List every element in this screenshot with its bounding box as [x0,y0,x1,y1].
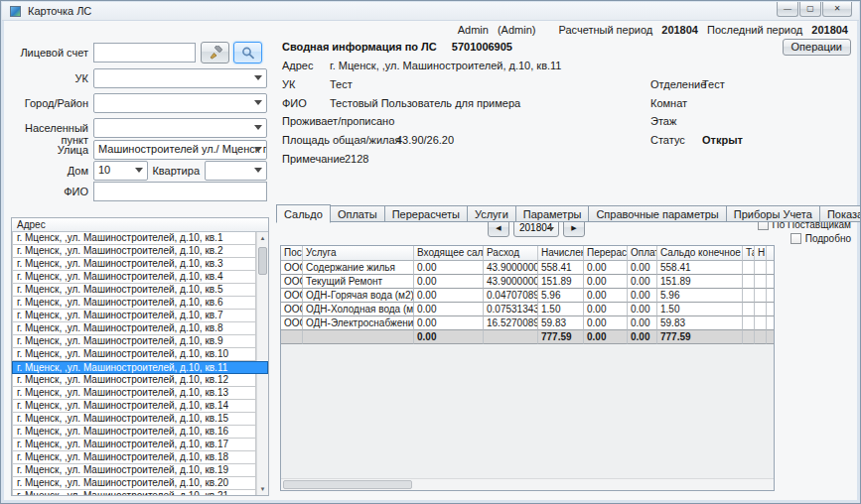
close-button[interactable]: ✕ [822,2,852,17]
search-button[interactable] [233,42,262,63]
tab-Показания[interactable]: Показания [820,205,861,222]
grid-cell: ОДН-Горячая вода (м2) [303,289,414,303]
address-row[interactable]: г. Мценск, ,ул. Машиностроителей, д.10, … [12,258,256,271]
tab-Приборы Учета[interactable]: Приборы Учета [727,205,820,222]
address-row[interactable]: г. Мценск, ,ул. Машиностроителей, д.10, … [12,374,256,387]
summary-value: Тестовый Пользователь для примера [330,97,520,109]
address-row[interactable]: г. Мценск, ,ул. Машиностроителей, д.10, … [12,271,256,284]
fio-input[interactable] [93,182,267,201]
address-row[interactable]: г. Мценск, ,ул. Машиностроителей, д.10, … [12,348,256,361]
address-list-header[interactable]: Адрес [12,218,268,232]
scroll-down-icon[interactable]: ▼ [257,483,268,495]
grid-row[interactable]: ООО «ОДН-Холодная вода (м2)0.000.0753134… [281,303,775,316]
address-row[interactable]: г. Мценск, ,ул. Машиностроителей, д.10, … [12,335,256,348]
grid-cell: 43.900000000 [484,261,538,275]
grid-cell: 558.41 [538,261,584,275]
grid-col-header[interactable]: Входящее сальдо [414,246,484,261]
grid-cell: 0.00 [414,303,484,316]
grid-cell: 151.89 [657,275,743,289]
grid-col-header[interactable]: Оплата [628,246,657,261]
grid-row[interactable]: ООО «Содержание жилья0.0043.900000000558… [281,261,775,275]
checkbox-label: Подробно [805,233,851,244]
grid-cell [767,316,775,330]
address-row[interactable]: г. Мценск, ,ул. Машиностроителей, д.10, … [12,451,256,464]
grid-cell [767,275,775,289]
address-row[interactable]: г. Мценск, ,ул. Машиностроителей, д.10, … [12,322,256,335]
minimize-button[interactable]: — [777,2,798,17]
summary-label: Площадь общая/жилая [282,134,401,146]
uk-combobox[interactable] [93,68,267,88]
address-row[interactable]: г. Мценск, ,ул. Машиностроителей, д.10, … [12,361,268,374]
summary-label: Комнат [650,97,687,109]
city-combobox[interactable] [93,93,267,113]
address-row[interactable]: г. Мценск, ,ул. Машиностроителей, д.10, … [12,426,256,439]
tab-Услуги[interactable]: Услуги [468,205,516,222]
grid-cell [755,275,767,289]
account-input[interactable] [93,43,196,63]
address-row[interactable]: г. Мценск, ,ул. Машиностроителей, д.10, … [12,490,256,496]
address-row[interactable]: г. Мценск, ,ул. Машиностроителей, д.10, … [12,400,256,413]
scrollbar-thumb[interactable] [283,480,412,489]
scrollbar-thumb[interactable] [258,247,267,275]
address-row[interactable]: г. Мценск, ,ул. Машиностроителей, д.10, … [12,464,256,477]
street-combobox[interactable]: Машиностроителей ул./ Мценск г. [93,140,267,160]
grid-horizontal-scrollbar[interactable] [281,478,774,490]
grid-col-header[interactable]: Начислено [538,246,584,261]
maximize-button[interactable]: ▢ [799,2,821,17]
summary-value: Тест [330,78,353,90]
tab-Справочные параметры[interactable]: Справочные параметры [589,205,726,222]
tab-Оплаты[interactable]: Оплаты [331,205,385,222]
fio-label: ФИО [11,186,88,197]
tab-Перерасчеты[interactable]: Перерасчеты [385,205,468,222]
apartment-label: Квартира [122,165,200,177]
grid-row[interactable]: ООО «Текущий Ремонт0.0043.900000000151.8… [281,275,775,289]
grid-row[interactable]: ООО «ОДН-Горячая вода (м2)0.000.04707089… [281,289,775,303]
address-row[interactable]: г. Мценск, ,ул. Машиностроителей, д.10, … [12,297,256,310]
operations-button[interactable]: Операции [783,39,851,56]
grid-cell: 5.96 [657,289,743,303]
chevron-down-icon [254,75,262,80]
grid-col-header[interactable]: Пост [281,246,303,261]
grid-col-header[interactable] [767,246,775,261]
grid-cell: 0.075313430 [484,303,538,316]
address-row[interactable]: г. Мценск, ,ул. Машиностроителей, д.10, … [12,413,256,426]
grid-cell: 0.00 [414,330,484,344]
checkbox[interactable] [790,233,801,244]
address-row[interactable]: г. Мценск, ,ул. Машиностроителей, д.10, … [12,387,256,400]
account-label: Лицевой счет [11,47,88,59]
grid-cell [755,330,767,344]
address-row[interactable]: г. Мценск, ,ул. Машиностроителей, д.10, … [12,439,256,451]
tab-Параметры[interactable]: Параметры [516,205,590,222]
grid-cell: 0.00 [628,289,657,303]
address-row[interactable]: г. Мценск, ,ул. Машиностроителей, д.10, … [12,245,256,258]
clear-button[interactable] [201,42,229,63]
grid-col-header[interactable]: Расход [484,246,538,261]
grid-cell: 0.00 [584,261,628,275]
grid-cell: ООО « [281,275,303,289]
grid-cell [743,261,755,275]
grid-col-header[interactable]: Та [743,246,755,261]
settlement-combobox[interactable] [93,118,267,138]
chevron-down-icon [254,100,262,105]
grid-col-header[interactable]: Сальдо конечное [657,246,743,261]
address-row[interactable]: г. Мценск, ,ул. Машиностроителей, д.10, … [12,310,256,322]
title-bar[interactable]: Карточка ЛС — ▢ ✕ [2,2,859,21]
scroll-up-icon[interactable]: ▲ [257,232,268,244]
grid-row[interactable]: ООО «ОДН-Электроснабжение (м2)0.0016.527… [281,316,775,330]
address-row[interactable]: г. Мценск, ,ул. Машиностроителей, д.10, … [12,477,256,490]
grid-totals-row[interactable]: 0.00777.590.000.00777.59 [281,330,775,344]
grid-col-header[interactable]: Услуга [303,246,414,261]
summary-label: Статус [650,134,685,146]
grid-cell: 0.00 [414,275,484,289]
tab-Сальдо[interactable]: Сальдо [276,204,331,223]
address-row[interactable]: г. Мценск, ,ул. Машиностроителей, д.10, … [12,232,256,245]
address-row[interactable]: г. Мценск, ,ул. Машиностроителей, д.10, … [12,284,256,297]
grid-col-header[interactable]: Н [755,246,767,261]
grid-cell: 151.89 [538,275,584,289]
grid-cell: 1.50 [657,303,743,316]
chevron-down-icon [254,125,262,130]
summary-label: Этаж [650,115,676,127]
grid-cell: 0.00 [584,330,628,344]
apartment-combobox[interactable] [205,161,267,181]
grid-col-header[interactable]: Перерасчет [584,246,628,261]
